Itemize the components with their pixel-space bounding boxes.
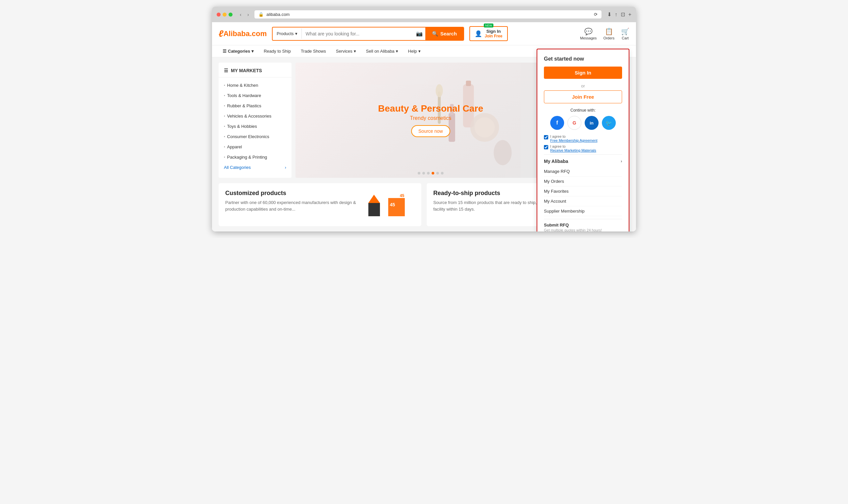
lock-icon: 🔒 [258, 12, 264, 17]
linkedin-signin-button[interactable]: in [585, 116, 599, 130]
agree-membership-row: I agree to Free Membership Agreement [544, 134, 622, 142]
messages-button[interactable]: 💬 Messages [580, 28, 597, 40]
signin-area: NEW 👤 Sign In Join Free [470, 26, 508, 41]
sidebar-item-packaging-printing[interactable]: • Packaging & Printing [219, 152, 292, 162]
sidebar-title: ☰ MY MARKETS [219, 68, 292, 77]
reload-icon[interactable]: ⟳ [594, 12, 598, 17]
close-dot[interactable] [217, 13, 220, 17]
agree-membership-checkbox[interactable] [544, 135, 548, 139]
banner-dot-3[interactable] [427, 172, 430, 175]
banner-dot-1[interactable] [418, 172, 420, 175]
sidebar-item-rubber-plastics[interactable]: • Rubber & Plastics [219, 101, 292, 111]
dropdown-title: Get started now [544, 56, 622, 62]
sidebar-item-all-categories[interactable]: All Categories › [219, 162, 292, 173]
customized-desc: Partner with one of 60,000 experienced m… [225, 199, 356, 212]
hamburger-icon: ☰ [223, 49, 227, 54]
nav-item-services[interactable]: Services ▾ [332, 46, 360, 57]
my-orders-link[interactable]: My Orders [544, 177, 622, 186]
logo[interactable]: ℓ Alibaba.com [219, 29, 267, 39]
dropdown-signin-button[interactable]: Sign In [544, 67, 622, 79]
minimize-dot[interactable] [223, 13, 227, 17]
fullscreen-dot[interactable] [229, 13, 232, 17]
svg-rect-10 [368, 203, 380, 216]
search-input[interactable] [302, 29, 414, 39]
banner-content: Beauty & Personal Care Trendy cosmetics … [378, 103, 483, 137]
customized-products-image: 45 45 [362, 190, 415, 219]
camera-icon[interactable]: 📷 [413, 28, 425, 39]
svg-text:45: 45 [400, 193, 404, 198]
signin-text: Sign In Join Free [484, 29, 502, 38]
bullet-icon: • [224, 104, 225, 108]
agree-marketing-checkbox[interactable] [544, 145, 548, 149]
banner-cta-button[interactable]: Source now [411, 125, 450, 137]
submit-rfq-section: Submit RFQ Get multiple quotes within 24… [544, 219, 622, 232]
chevron-right-icon: › [621, 159, 622, 164]
membership-agreement-link[interactable]: Free Membership Agreement [550, 139, 597, 142]
svg-point-9 [436, 84, 443, 97]
nav-item-trade-shows[interactable]: Trade Shows [297, 46, 330, 57]
browser-dots [217, 13, 232, 17]
orders-button[interactable]: 📋 Orders [603, 28, 615, 40]
sidebar-item-vehicles-accessories[interactable]: • Vehicles & Accessories [219, 111, 292, 121]
chevron-down-icon: ▾ [354, 49, 356, 54]
cart-button[interactable]: 🛒 Cart [621, 28, 629, 40]
back-button[interactable]: ‹ [238, 11, 244, 18]
dropdown-join-button[interactable]: Join Free [544, 90, 622, 103]
marketing-materials-link[interactable]: Receive Marketing Materials [550, 148, 596, 152]
twitter-signin-button[interactable]: 🐦 [602, 116, 616, 130]
download-button[interactable]: ⬇ [607, 11, 612, 18]
chevron-down-icon: ▾ [295, 31, 298, 36]
signin-dropdown: Get started now Sign In or Join Free Con… [537, 49, 629, 232]
address-bar[interactable]: 🔒 alibaba.com ⟳ [254, 10, 602, 19]
search-icon: 🔍 [432, 31, 438, 37]
supplier-membership-link[interactable]: Supplier Membership [544, 206, 622, 216]
sidebar-item-toys-hobbies[interactable]: • Toys & Hobbies [219, 121, 292, 131]
submit-rfq-desc: Get multiple quotes within 24 hours! [544, 228, 622, 232]
orders-icon: 📋 [605, 28, 613, 35]
new-badge: NEW [484, 23, 493, 28]
forward-button[interactable]: › [245, 11, 251, 18]
chevron-down-icon: ▾ [396, 49, 398, 54]
bullet-icon: • [224, 135, 225, 139]
user-icon: 👤 [475, 30, 482, 37]
hero-banner: Beauty & Personal Care Trendy cosmetics … [296, 62, 566, 178]
svg-point-7 [494, 140, 511, 165]
arrow-right-icon: › [285, 165, 286, 170]
search-category-dropdown[interactable]: Products ▾ [272, 29, 301, 39]
facebook-signin-button[interactable]: f [550, 116, 564, 130]
sidebar-item-consumer-electronics[interactable]: • Consumer Electronics [219, 131, 292, 142]
submit-rfq-title[interactable]: Submit RFQ [544, 222, 622, 228]
customized-products-text: Customized products Partner with one of … [225, 190, 356, 212]
chevron-down-icon: ▾ [251, 49, 254, 54]
signin-button[interactable]: 👤 Sign In Join Free [470, 26, 508, 41]
banner-dot-4[interactable] [431, 172, 434, 175]
my-alibaba-section: My Alibaba › Manage RFQ My Orders My Fav… [544, 154, 622, 216]
my-account-link[interactable]: My Account [544, 196, 622, 206]
sidebar-item-home-kitchen[interactable]: • Home & Kitchen [219, 80, 292, 90]
markets-sidebar: ☰ MY MARKETS • Home & Kitchen • Tools & … [219, 62, 292, 178]
bullet-icon: • [224, 145, 225, 149]
sidebar-item-apparel[interactable]: • Apparel [219, 142, 292, 152]
search-bar: Products ▾ 📷 🔍 Search [272, 27, 464, 41]
manage-rfq-link[interactable]: Manage RFQ [544, 166, 622, 177]
nav-item-help[interactable]: Help ▾ [404, 46, 425, 57]
new-tab-button[interactable]: + [629, 12, 631, 18]
url-text: alibaba.com [266, 12, 289, 17]
banner-dot-2[interactable] [422, 172, 425, 175]
sidebar-item-tools-hardware[interactable]: • Tools & Hardware [219, 90, 292, 101]
banner-dot-6[interactable] [441, 172, 444, 175]
categories-button[interactable]: ☰ Categories ▾ [219, 46, 258, 57]
svg-rect-2 [466, 80, 471, 86]
share-button[interactable]: ↑ [615, 12, 617, 18]
my-favorites-link[interactable]: My Favorites [544, 186, 622, 196]
google-signin-button[interactable]: G [567, 116, 581, 130]
nav-item-ready-to-ship[interactable]: Ready to Ship [260, 46, 295, 57]
search-button[interactable]: 🔍 Search [425, 28, 463, 40]
nav-item-sell-on-alibaba[interactable]: Sell on Alibaba ▾ [362, 46, 402, 57]
sidebar-button[interactable]: ⊡ [621, 11, 625, 18]
logo-text: Alibaba.com [223, 30, 267, 38]
my-alibaba-title[interactable]: My Alibaba › [544, 159, 622, 164]
customized-products-card[interactable]: Customized products Partner with one of … [219, 183, 421, 226]
continue-with-label: Continue with: [544, 108, 622, 113]
banner-dot-5[interactable] [436, 172, 439, 175]
